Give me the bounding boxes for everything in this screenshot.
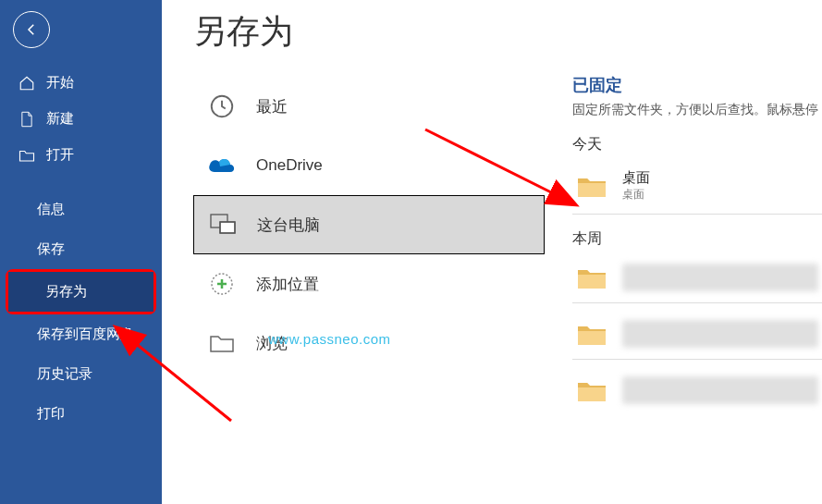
sidebar-item-history[interactable]: 历史记录 xyxy=(0,354,162,394)
sidebar-item-save[interactable]: 保存 xyxy=(0,229,162,269)
clock-icon xyxy=(206,91,238,122)
page-title: 另存为 xyxy=(193,9,545,55)
folder-open-icon xyxy=(18,148,35,163)
folder-icon xyxy=(576,264,607,290)
location-addplace[interactable]: 添加位置 xyxy=(193,254,545,313)
pinned-title: 已固定 xyxy=(572,74,822,96)
this-pc-icon xyxy=(207,209,239,240)
location-browse[interactable]: 浏览 xyxy=(193,313,545,373)
sidebar-item-label: 历史记录 xyxy=(37,365,92,383)
main-panel: 另存为 最近 OneDrive 这台电脑 xyxy=(162,0,822,504)
folder-icon xyxy=(576,321,607,347)
folder-desktop[interactable]: 桌面 桌面 xyxy=(572,162,822,210)
file-icon xyxy=(18,111,35,128)
sidebar-item-home[interactable]: 开始 xyxy=(0,65,162,101)
folder-icon xyxy=(206,327,238,359)
folder-item-blurred[interactable] xyxy=(572,313,822,355)
add-location-icon xyxy=(206,268,238,300)
sidebar-item-label: 新建 xyxy=(46,110,74,128)
divider xyxy=(572,302,822,303)
onedrive-icon xyxy=(206,150,238,181)
group-today: 今天 xyxy=(572,135,822,154)
backstage-sidebar: 开始 新建 打开 信息 保存 另存为 保存到百度网盘 xyxy=(0,0,162,504)
blurred-text xyxy=(622,264,818,291)
location-label: 这台电脑 xyxy=(257,215,320,236)
sidebar-item-new[interactable]: 新建 xyxy=(0,101,162,137)
folder-icon xyxy=(576,377,607,403)
pinned-desc: 固定所需文件夹，方便以后查找。鼠标悬停 xyxy=(572,102,822,118)
back-button[interactable] xyxy=(13,11,50,48)
group-week: 本周 xyxy=(572,229,822,249)
sidebar-item-info[interactable]: 信息 xyxy=(0,190,162,229)
annotation-highlight: 另存为 xyxy=(6,269,156,314)
sidebar-item-saveas[interactable]: 另存为 xyxy=(8,272,153,312)
location-label: OneDrive xyxy=(256,156,323,175)
folder-icon xyxy=(576,173,607,199)
locations-column: 另存为 最近 OneDrive 这台电脑 xyxy=(193,9,545,504)
location-label: 浏览 xyxy=(256,333,288,354)
sidebar-item-label: 打开 xyxy=(46,146,74,164)
folder-item-blurred[interactable] xyxy=(572,256,822,299)
divider xyxy=(572,214,822,215)
location-onedrive[interactable]: OneDrive xyxy=(193,136,545,195)
arrow-left-icon xyxy=(23,21,40,38)
location-label: 最近 xyxy=(256,96,288,117)
sidebar-item-print[interactable]: 打印 xyxy=(0,394,162,434)
svg-rect-2 xyxy=(220,222,235,233)
divider xyxy=(572,359,822,360)
location-recent[interactable]: 最近 xyxy=(193,77,545,136)
sidebar-item-baidu[interactable]: 保存到百度网盘 xyxy=(0,314,162,354)
sidebar-item-label: 保存到百度网盘 xyxy=(37,326,134,343)
folder-name: 桌面 xyxy=(622,169,650,187)
folder-item-blurred[interactable] xyxy=(572,369,822,412)
folder-path: 桌面 xyxy=(622,187,650,203)
folders-column: 已固定 固定所需文件夹，方便以后查找。鼠标悬停 今天 桌面 桌面 本周 xyxy=(545,9,822,504)
sidebar-item-label: 另存为 xyxy=(45,283,87,301)
blurred-text xyxy=(622,376,818,404)
blurred-text xyxy=(622,320,818,348)
home-icon xyxy=(18,75,35,92)
sidebar-item-label: 开始 xyxy=(46,74,74,92)
sidebar-item-label: 打印 xyxy=(37,405,65,423)
location-label: 添加位置 xyxy=(256,274,319,295)
sidebar-item-label: 信息 xyxy=(37,201,65,218)
sidebar-item-label: 保存 xyxy=(37,240,65,258)
location-thispc[interactable]: 这台电脑 xyxy=(193,195,545,254)
sidebar-item-open[interactable]: 打开 xyxy=(0,137,162,173)
